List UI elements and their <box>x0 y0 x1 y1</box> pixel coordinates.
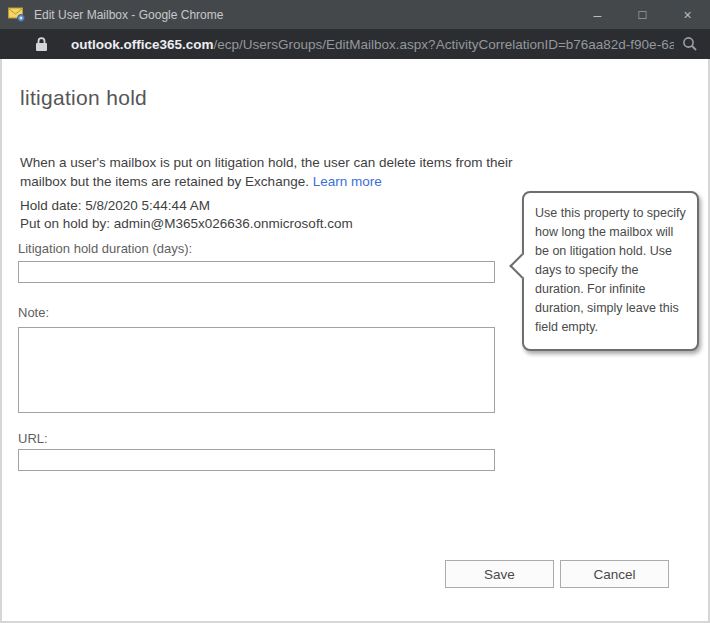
url-domain: outlook.office365.com <box>71 37 214 52</box>
window-controls: – □ × <box>575 0 710 29</box>
description-text: When a user's mailbox is put on litigati… <box>20 153 520 191</box>
url-label: URL: <box>18 431 48 446</box>
litigation-hold-page: litigation hold When a user's mailbox is… <box>0 59 710 623</box>
page-zoom-icon[interactable] <box>682 36 698 52</box>
browser-popup-window: Edit User Mailbox - Google Chrome – □ × … <box>0 0 710 623</box>
lock-icon[interactable] <box>35 37 48 52</box>
duration-help-tooltip: Use this property to specify how long th… <box>522 191 699 351</box>
note-label: Note: <box>18 305 49 320</box>
mailbox-settings-icon <box>8 7 26 22</box>
save-button[interactable]: Save <box>445 560 554 588</box>
close-icon[interactable]: × <box>665 0 710 29</box>
put-on-hold-by-text: Put on hold by: admin@M365x026636.onmicr… <box>20 216 353 231</box>
window-title: Edit User Mailbox - Google Chrome <box>34 8 575 22</box>
duration-label: Litigation hold duration (days): <box>18 241 192 256</box>
learn-more-link[interactable]: Learn more <box>313 174 382 189</box>
tooltip-arrow <box>509 253 534 278</box>
cancel-button[interactable]: Cancel <box>560 560 669 588</box>
maximize-icon[interactable]: □ <box>620 0 665 29</box>
address-bar[interactable]: outlook.office365.com/ecp/UsersGroups/Ed… <box>0 29 710 59</box>
url-path: /ecp/UsersGroups/EditMailbox.aspx?Activi… <box>214 37 674 52</box>
litigation-hold-duration-input[interactable] <box>18 261 495 283</box>
description-body: When a user's mailbox is put on litigati… <box>20 155 513 189</box>
page-title: litigation hold <box>20 86 147 110</box>
url-input[interactable] <box>18 449 495 471</box>
hold-date-text: Hold date: 5/8/2020 5:44:44 AM <box>20 198 210 213</box>
tooltip-text: Use this property to specify how long th… <box>535 206 686 334</box>
note-textarea[interactable] <box>18 327 495 413</box>
url-text[interactable]: outlook.office365.com/ecp/UsersGroups/Ed… <box>71 37 674 52</box>
minimize-icon[interactable]: – <box>575 0 620 29</box>
window-titlebar: Edit User Mailbox - Google Chrome – □ × <box>0 0 710 29</box>
